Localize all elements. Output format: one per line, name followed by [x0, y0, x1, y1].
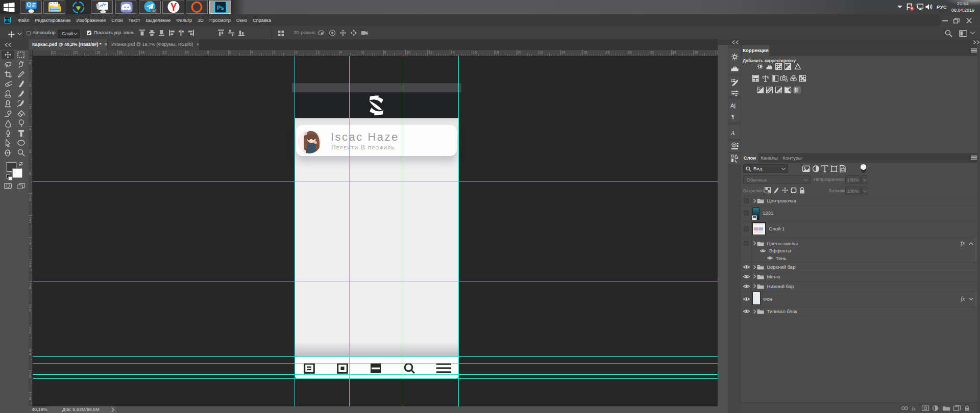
svg-text:fx: fx [912, 405, 916, 411]
svg-text:Ps: Ps [217, 5, 224, 11]
svg-text:37: 37 [151, 9, 155, 13]
